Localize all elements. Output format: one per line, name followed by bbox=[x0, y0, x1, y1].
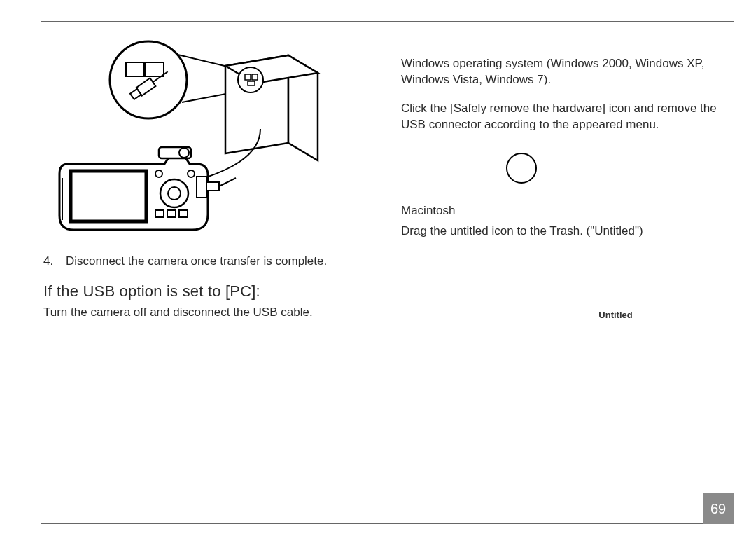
svg-rect-15 bbox=[71, 171, 146, 221]
step-number: 4. bbox=[43, 254, 56, 270]
left-column: 4. Disconnect the camera once transfer i… bbox=[41, 31, 370, 334]
macintosh-heading: Macintosh bbox=[401, 203, 725, 219]
systray-placeholder-icon bbox=[506, 153, 537, 184]
usb-pc-subhead: If the USB option is set to [PC]: bbox=[43, 282, 368, 301]
right-column: Windows operating system (Windows 2000, … bbox=[398, 31, 734, 334]
usb-pc-instruction: Turn the camera off and disconnect the U… bbox=[43, 305, 368, 321]
svg-rect-12 bbox=[245, 74, 251, 80]
svg-rect-22 bbox=[167, 210, 176, 217]
svg-rect-27 bbox=[206, 182, 219, 191]
svg-rect-1 bbox=[126, 62, 144, 76]
svg-point-18 bbox=[168, 187, 181, 200]
windows-os-line: Windows operating system (Windows 2000, … bbox=[401, 56, 725, 88]
svg-point-20 bbox=[188, 170, 195, 177]
camera-to-pc-illustration bbox=[50, 38, 344, 241]
camera-pc-svg bbox=[50, 38, 344, 241]
svg-rect-21 bbox=[155, 210, 164, 217]
step-4: 4. Disconnect the camera once transfer i… bbox=[43, 254, 368, 270]
svg-line-28 bbox=[219, 178, 236, 186]
svg-rect-14 bbox=[248, 81, 255, 85]
svg-rect-26 bbox=[197, 177, 206, 198]
untitled-drive-label: Untitled bbox=[506, 310, 725, 320]
svg-rect-23 bbox=[179, 210, 188, 217]
svg-point-19 bbox=[155, 170, 162, 177]
windows-instruction: Click the [Safely remove the hardware] i… bbox=[401, 101, 725, 133]
svg-point-25 bbox=[179, 148, 189, 158]
svg-rect-13 bbox=[252, 74, 258, 80]
macintosh-instruction: Drag the untitled icon to the Trash. ("U… bbox=[401, 224, 725, 240]
page-number: 69 bbox=[703, 493, 734, 524]
step-text: Disconnect the camera once transfer is c… bbox=[66, 254, 327, 270]
page-frame: 4. Disconnect the camera once transfer i… bbox=[41, 21, 734, 524]
two-column-layout: 4. Disconnect the camera once transfer i… bbox=[41, 22, 734, 334]
svg-rect-2 bbox=[146, 62, 164, 76]
